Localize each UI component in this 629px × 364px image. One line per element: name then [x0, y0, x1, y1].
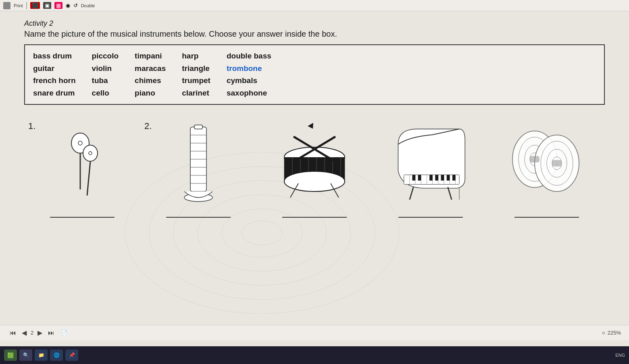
taskbar-app3[interactable]: 📌	[65, 349, 78, 361]
svg-rect-54	[452, 175, 456, 181]
tool2-icon: ▦	[54, 2, 62, 9]
maracas-svg	[58, 125, 106, 206]
taskbar-lang: ENG	[615, 353, 625, 358]
svg-rect-53	[447, 175, 450, 181]
nav-page: 2	[31, 330, 33, 336]
zoom-level: 225%	[608, 330, 621, 336]
word-violin: violin	[92, 63, 119, 74]
toolbar: Print ⬛ ▣ ▦ ◉ ↺ Double	[0, 0, 629, 11]
svg-rect-21	[194, 125, 202, 129]
word-column-3: timpani maracas chimes piano	[135, 51, 166, 98]
word-box: bass drum guitar french horn snare drum …	[24, 44, 605, 105]
word-maracas: maracas	[135, 63, 166, 74]
svg-rect-52	[441, 175, 444, 181]
word-trumpet: trumpet	[182, 75, 210, 86]
answer-line-5[interactable]	[514, 217, 579, 218]
tool-icon: ▣	[43, 2, 51, 9]
instrument-image-snare-drum	[278, 121, 351, 210]
svg-line-55	[410, 187, 413, 200]
zoom-container: ○ 225%	[602, 330, 621, 336]
tool3-icon: ◉	[66, 2, 70, 8]
taskbar-search[interactable]: 🔍	[19, 349, 32, 361]
instrument-image-maracas	[46, 121, 119, 210]
nav-next-button[interactable]: ▶	[36, 328, 44, 337]
word-piano: piano	[135, 88, 166, 99]
word-saxophone: saxophone	[227, 88, 271, 99]
word-french-horn: french horn	[33, 75, 76, 86]
word-box-inner: bass drum guitar french horn snare drum …	[33, 51, 596, 98]
nav-controls: ⏮ ◀ 2 ▶ ⏭ 📄	[8, 328, 67, 337]
answer-line-3[interactable]	[282, 217, 347, 218]
word-column-5: double bass trombone cymbals saxophone	[227, 51, 271, 98]
record-icon: ⬛	[30, 2, 40, 9]
nav-doc-icon: 📄	[61, 330, 67, 336]
cymbals-svg	[510, 123, 583, 208]
word-trombone: trombone	[227, 63, 271, 74]
taskbar-start[interactable]: 🟩	[4, 349, 17, 361]
answer-line-4[interactable]	[398, 217, 463, 218]
taskbar: 🟩 🔍 📁 🌐 📌 ENG	[0, 346, 629, 364]
instrument-1: 1.	[24, 121, 140, 218]
answer-line-2[interactable]	[166, 217, 231, 218]
instrument-image-piano	[394, 121, 467, 210]
instruments-section: 1. 2.	[24, 121, 605, 218]
svg-rect-50	[429, 175, 433, 181]
activity-instruction: Name the picture of the musical instrume…	[24, 29, 605, 39]
svg-rect-67	[552, 160, 562, 166]
word-guitar: guitar	[33, 63, 76, 74]
word-timpani: timpani	[135, 51, 166, 62]
instrument-image-cymbals	[510, 121, 583, 210]
svg-point-0	[242, 221, 282, 245]
instrument-image-tuba	[162, 121, 235, 210]
word-column-4: harp triangle trumpet clarinet	[182, 51, 210, 98]
item-number-1: 1.	[28, 121, 35, 131]
nav-first-button[interactable]: ⏮	[8, 329, 18, 337]
activity-title: Activity 2	[24, 19, 605, 28]
word-column-1: bass drum guitar french horn snare drum	[33, 51, 76, 98]
item-number-2: 2.	[144, 121, 152, 131]
taskbar-app2[interactable]: 🌐	[50, 349, 63, 361]
word-tuba: tuba	[92, 75, 119, 86]
svg-point-33	[284, 171, 345, 191]
lock-icon	[3, 2, 10, 9]
zoom-circle-icon: ○	[602, 330, 605, 336]
svg-line-56	[448, 187, 452, 200]
word-cello: cello	[92, 88, 119, 99]
word-snare-drum: snare drum	[33, 88, 76, 99]
instrument-2: 2.	[140, 121, 256, 218]
nav-prev-button[interactable]: ◀	[20, 328, 28, 337]
word-double-bass: double bass	[227, 51, 271, 62]
tool4-icon: ↺	[73, 2, 78, 8]
word-column-2: piccolo violin tuba cello	[92, 51, 119, 98]
piano-svg	[394, 123, 467, 208]
nav-last-button[interactable]: ⏭	[46, 329, 56, 337]
snare-drum-svg	[278, 125, 351, 206]
main-content: Activity 2 Name the picture of the music…	[0, 11, 629, 358]
svg-point-9	[83, 145, 98, 161]
double-label[interactable]: Double	[81, 3, 95, 8]
word-piccolo: piccolo	[92, 51, 119, 62]
svg-rect-49	[418, 175, 421, 181]
word-chimes: chimes	[135, 75, 166, 86]
divider	[26, 2, 27, 9]
svg-rect-51	[435, 175, 438, 181]
tuba-svg	[178, 123, 219, 208]
taskbar-app1[interactable]: 📁	[35, 349, 48, 361]
svg-rect-48	[412, 175, 416, 181]
svg-rect-66	[530, 156, 539, 162]
word-harp: harp	[182, 51, 210, 62]
svg-line-10	[87, 161, 90, 196]
instrument-5	[489, 121, 605, 218]
answer-line-1[interactable]	[50, 217, 115, 218]
word-clarinet: clarinet	[182, 88, 210, 99]
word-bass-drum: bass drum	[33, 51, 76, 62]
print-label[interactable]: Print	[14, 3, 23, 8]
instrument-4	[373, 121, 489, 218]
instrument-3	[256, 121, 373, 218]
word-cymbals: cymbals	[227, 75, 271, 86]
word-triangle: triangle	[182, 63, 210, 74]
navigation-bar: ⏮ ◀ 2 ▶ ⏭ 📄 ○ 225%	[0, 325, 629, 340]
